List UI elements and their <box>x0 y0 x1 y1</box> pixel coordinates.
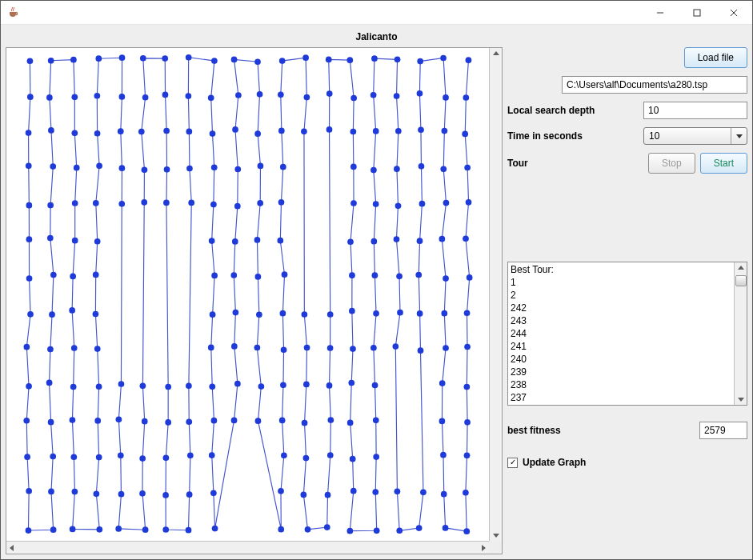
svg-point-186 <box>373 454 379 460</box>
svg-point-238 <box>463 384 470 390</box>
svg-point-41 <box>70 384 77 390</box>
svg-point-197 <box>371 55 378 62</box>
svg-point-226 <box>443 275 449 282</box>
svg-point-9 <box>26 236 33 242</box>
update-graph-checkbox[interactable]: ✓ <box>507 458 518 468</box>
load-file-button[interactable]: Load file <box>684 47 747 68</box>
svg-point-49 <box>94 418 101 424</box>
svg-point-71 <box>139 490 146 497</box>
minimize-button[interactable] <box>642 1 679 25</box>
svg-point-236 <box>464 452 471 458</box>
svg-point-68 <box>118 491 125 498</box>
svg-point-69 <box>115 526 122 532</box>
svg-point-64 <box>118 201 125 207</box>
tour-scrollbar[interactable] <box>734 262 747 405</box>
svg-point-80 <box>162 55 168 62</box>
svg-point-32 <box>70 57 77 63</box>
close-button[interactable] <box>715 1 752 25</box>
svg-point-67 <box>118 452 124 458</box>
svg-point-103 <box>211 164 218 170</box>
file-path-input[interactable] <box>562 76 747 94</box>
svg-point-16 <box>26 488 32 494</box>
svg-point-234 <box>463 528 470 534</box>
maximize-button[interactable] <box>679 1 715 25</box>
start-button[interactable]: Start <box>700 153 747 174</box>
svg-point-134 <box>258 383 265 390</box>
svg-point-157 <box>303 455 310 462</box>
svg-point-101 <box>208 94 214 101</box>
svg-point-150 <box>302 54 309 61</box>
graph-horizontal-scrollbar[interactable] <box>6 541 489 554</box>
svg-point-191 <box>372 272 379 278</box>
svg-point-154 <box>304 345 310 351</box>
best-fitness-label: best fitness <box>507 425 699 436</box>
svg-point-168 <box>326 90 333 97</box>
svg-point-56 <box>96 163 102 170</box>
scroll-corner <box>489 541 502 554</box>
svg-point-44 <box>72 489 78 495</box>
svg-point-98 <box>186 93 192 99</box>
svg-point-120 <box>234 203 241 210</box>
svg-point-175 <box>347 238 354 245</box>
svg-point-147 <box>278 128 285 134</box>
tour-scrollbar-thumb[interactable] <box>735 275 747 286</box>
svg-point-46 <box>96 526 102 533</box>
svg-point-152 <box>301 128 307 134</box>
svg-point-40 <box>71 345 78 351</box>
best-fitness-output[interactable] <box>699 422 747 439</box>
svg-point-51 <box>94 346 101 352</box>
svg-point-235 <box>463 490 469 496</box>
svg-point-83 <box>164 166 170 173</box>
svg-point-239 <box>464 344 471 350</box>
svg-point-99 <box>186 54 192 61</box>
svg-point-27 <box>47 202 54 209</box>
svg-point-242 <box>463 235 469 242</box>
svg-point-137 <box>278 488 284 494</box>
svg-point-130 <box>254 237 261 243</box>
svg-point-173 <box>350 164 357 170</box>
svg-point-237 <box>464 419 471 426</box>
svg-point-7 <box>26 163 32 170</box>
svg-point-162 <box>327 452 334 458</box>
svg-point-123 <box>235 92 242 98</box>
svg-point-160 <box>324 524 330 530</box>
svg-point-187 <box>373 418 379 424</box>
svg-point-139 <box>279 418 286 424</box>
svg-point-133 <box>254 345 261 351</box>
stop-button[interactable]: Stop <box>648 153 695 174</box>
svg-point-78 <box>142 94 149 101</box>
svg-point-193 <box>373 201 379 207</box>
svg-point-15 <box>24 454 30 460</box>
svg-point-126 <box>257 91 263 98</box>
svg-point-33 <box>71 94 78 100</box>
svg-point-230 <box>439 418 446 425</box>
svg-point-79 <box>140 55 146 62</box>
local-search-depth-label: Local search depth <box>507 105 643 116</box>
svg-point-243 <box>466 199 472 206</box>
svg-point-204 <box>396 274 403 280</box>
svg-point-195 <box>373 128 379 134</box>
svg-point-89 <box>162 526 169 533</box>
tour-output-text[interactable]: Best Tour: 1 2 242 243 244 241 240 239 2… <box>508 262 734 405</box>
svg-point-228 <box>443 345 449 351</box>
svg-point-102 <box>210 130 216 137</box>
svg-point-165 <box>327 345 334 351</box>
local-search-depth-input[interactable] <box>643 102 747 119</box>
graph-vertical-scrollbar[interactable] <box>489 48 502 541</box>
svg-point-110 <box>211 418 218 424</box>
svg-point-31 <box>48 58 54 64</box>
svg-point-61 <box>119 94 126 100</box>
svg-point-39 <box>69 307 75 314</box>
svg-point-223 <box>440 166 447 172</box>
svg-point-65 <box>118 381 125 387</box>
svg-point-121 <box>234 166 241 173</box>
svg-point-182 <box>350 488 357 494</box>
svg-point-207 <box>395 489 401 495</box>
svg-point-183 <box>346 528 353 534</box>
svg-point-29 <box>48 127 54 134</box>
svg-point-55 <box>93 200 99 206</box>
time-in-seconds-select[interactable]: 10 <box>643 127 747 145</box>
graph-panel <box>6 47 503 554</box>
svg-point-174 <box>350 200 357 206</box>
svg-point-45 <box>70 526 76 533</box>
